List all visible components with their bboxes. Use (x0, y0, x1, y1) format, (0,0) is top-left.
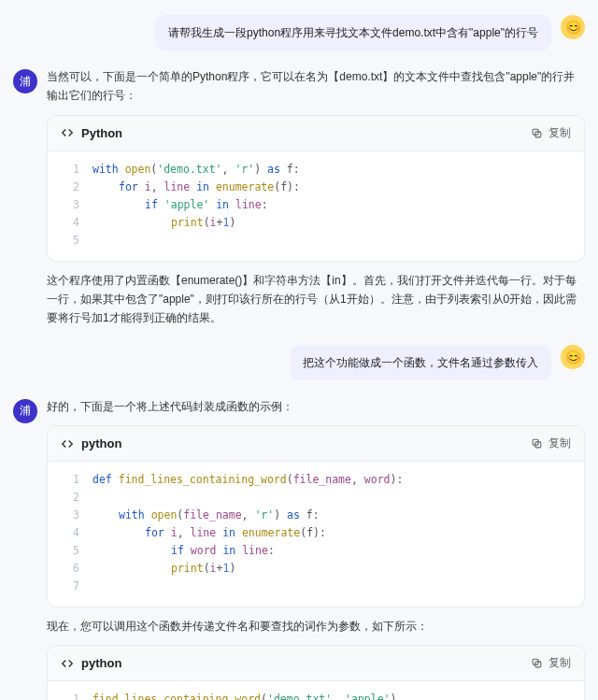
code-language: python (61, 656, 121, 670)
code-block: python 复制 1def find_lines_containing_wor… (47, 425, 585, 607)
code-line: 6 print(i+1) (61, 560, 571, 578)
code-content: if word in line: (93, 542, 275, 560)
copy-button[interactable]: 复制 (531, 655, 571, 671)
line-number: 7 (61, 578, 79, 595)
user-message-row: 把这个功能做成一个函数，文件名通过参数传入 😊 (13, 345, 585, 380)
code-language-label: python (81, 436, 121, 450)
assistant-avatar: 浦 (13, 399, 37, 423)
code-line: 2 (61, 489, 571, 507)
assistant-message-row: 浦 好的，下面是一个将上述代码封装成函数的示例： python 复制 1de (13, 397, 585, 700)
assistant-content: 好的，下面是一个将上述代码封装成函数的示例： python 复制 1def fi… (47, 397, 585, 700)
copy-label: 复制 (548, 436, 571, 451)
line-number: 4 (61, 524, 79, 542)
code-icon (61, 657, 74, 670)
code-header: python 复制 (48, 646, 584, 681)
user-message-text: 请帮我生成一段python程序用来寻找文本文件demo.txt中含有"apple… (168, 26, 538, 39)
code-content: with open(file_name, 'r') as f: (93, 507, 320, 524)
code-content: print(i+1) (93, 214, 235, 232)
copy-button[interactable]: 复制 (531, 436, 571, 451)
code-content: find_lines_containing_word('demo.txt', '… (93, 691, 396, 700)
copy-button[interactable]: 复制 (531, 125, 571, 141)
line-number: 6 (61, 560, 79, 578)
line-number: 2 (61, 179, 79, 196)
code-language-label: python (81, 656, 121, 670)
code-line: 1with open('demo.txt', 'r') as f: (61, 161, 571, 179)
code-body[interactable]: 1with open('demo.txt', 'r') as f:2for i,… (48, 151, 584, 261)
copy-icon (531, 437, 543, 450)
assistant-message-row: 浦 当然可以，下面是一个简单的Python程序，它可以在名为【demo.txt】… (13, 67, 585, 328)
code-block: python 复制 1find_lines_containing_word('d… (47, 645, 585, 700)
code-line: 1find_lines_containing_word('demo.txt', … (61, 691, 571, 700)
assistant-avatar: 浦 (13, 69, 37, 93)
copy-icon (531, 127, 543, 139)
code-block: Python 复制 1with open('demo.txt', 'r') as… (47, 115, 585, 262)
code-line: 1def find_lines_containing_word(file_nam… (61, 471, 571, 489)
code-line: 5if word in line: (61, 542, 571, 560)
code-body[interactable]: 1find_lines_containing_word('demo.txt', … (48, 681, 584, 700)
user-avatar: 😊 (561, 345, 585, 369)
assistant-avatar-label: 浦 (20, 403, 31, 419)
user-avatar: 😊 (561, 15, 585, 39)
code-body[interactable]: 1def find_lines_containing_word(file_nam… (48, 462, 584, 607)
user-message-row: 请帮我生成一段python程序用来寻找文本文件demo.txt中含有"apple… (13, 15, 585, 50)
line-number: 3 (61, 196, 79, 214)
code-line: 7 (61, 578, 571, 595)
user-avatar-emoji: 😊 (565, 350, 581, 364)
code-content: print(i+1) (93, 560, 235, 578)
copy-label: 复制 (548, 655, 571, 671)
code-content: def find_lines_containing_word(file_name… (93, 471, 403, 489)
line-number: 1 (61, 161, 79, 179)
line-number: 2 (61, 489, 79, 507)
line-number: 4 (61, 214, 79, 232)
line-number: 1 (61, 471, 79, 489)
assistant-text: 这个程序使用了内置函数【enumerate()】和字符串方法【in】。首先，我们… (47, 271, 585, 328)
user-avatar-emoji: 😊 (565, 20, 581, 35)
code-content: if 'apple' in line: (93, 196, 268, 214)
code-line: 2for i, line in enumerate(f): (61, 179, 571, 196)
code-line: 5 (61, 232, 571, 250)
assistant-text: 当然可以，下面是一个简单的Python程序，它可以在名为【demo.txt】的文… (47, 67, 585, 106)
copy-label: 复制 (548, 125, 571, 141)
code-language-label: Python (81, 126, 122, 140)
code-content: for i, line in enumerate(f): (93, 524, 326, 542)
code-icon (61, 437, 74, 450)
code-language: Python (61, 126, 122, 140)
code-line: 3if 'apple' in line: (61, 196, 571, 214)
code-content: for i, line in enumerate(f): (93, 179, 300, 196)
code-icon (61, 126, 74, 139)
code-line: 3with open(file_name, 'r') as f: (61, 507, 571, 524)
assistant-avatar-label: 浦 (20, 74, 31, 90)
assistant-content: 当然可以，下面是一个简单的Python程序，它可以在名为【demo.txt】的文… (47, 67, 585, 328)
line-number: 5 (61, 542, 79, 560)
code-line: 4print(i+1) (61, 214, 571, 232)
line-number: 1 (61, 691, 79, 700)
user-message-text: 把这个功能做成一个函数，文件名通过参数传入 (303, 356, 538, 369)
assistant-text: 好的，下面是一个将上述代码封装成函数的示例： (47, 397, 585, 416)
code-header: Python 复制 (48, 116, 584, 151)
line-number: 5 (61, 232, 79, 250)
copy-icon (531, 657, 543, 669)
code-language: python (61, 436, 121, 450)
code-line: 4for i, line in enumerate(f): (61, 524, 571, 542)
code-content: with open('demo.txt', 'r') as f: (93, 161, 300, 179)
line-number: 3 (61, 507, 79, 524)
user-message-bubble: 把这个功能做成一个函数，文件名通过参数传入 (290, 345, 551, 380)
code-header: python 复制 (48, 426, 584, 462)
assistant-text: 现在，您可以调用这个函数并传递文件名和要查找的词作为参数，如下所示： (47, 617, 585, 636)
user-message-bubble: 请帮我生成一段python程序用来寻找文本文件demo.txt中含有"apple… (155, 15, 551, 50)
